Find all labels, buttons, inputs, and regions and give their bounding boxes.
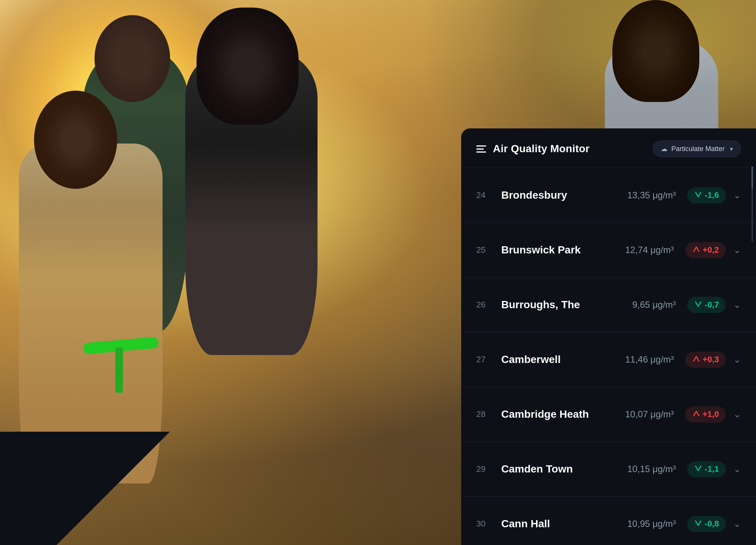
row-rank: 25	[476, 245, 495, 255]
scooter	[60, 340, 181, 415]
change-value: -0,7	[705, 300, 719, 310]
row-badge: +0,3	[685, 352, 726, 368]
row-badge: -1,6	[687, 187, 726, 204]
row-value: 11,46 μg/m³	[625, 354, 674, 365]
row-name: Camden Town	[501, 463, 627, 475]
trend-arrow-icon	[694, 300, 702, 310]
trend-arrow-icon	[692, 409, 700, 420]
row-value: 9,65 μg/m³	[632, 300, 676, 310]
change-value: +0,3	[703, 355, 719, 364]
row-value: 12,74 μg/m³	[625, 245, 674, 255]
scrollbar[interactable]	[751, 166, 753, 242]
row-rank: 29	[476, 464, 495, 474]
filter-dropdown[interactable]: ☁ Particulate Matter ▾	[653, 140, 741, 157]
scrollbar-thumb	[751, 166, 753, 189]
row-value: 10,15 μg/m³	[627, 464, 676, 474]
row-name: Brunswick Park	[501, 244, 625, 256]
row-rank: 24	[476, 190, 495, 200]
expand-icon[interactable]: ⌄	[733, 190, 741, 201]
trend-arrow-icon	[692, 245, 700, 255]
list-item[interactable]: 30 Cann Hall 10,95 μg/m³ -0,8 ⌄	[461, 497, 756, 545]
row-badge: +1,0	[685, 406, 726, 423]
header-left: Air Quality Monitor	[476, 143, 590, 155]
row-rank: 27	[476, 355, 495, 364]
expand-icon[interactable]: ⌄	[733, 245, 741, 255]
list-item[interactable]: 27 Camberwell 11,46 μg/m³ +0,3 ⌄	[461, 332, 756, 387]
row-badge: -1,1	[687, 461, 726, 477]
trend-arrow-icon	[692, 355, 700, 365]
row-name: Cann Hall	[501, 518, 627, 530]
chevron-down-icon: ▾	[730, 145, 733, 153]
row-rank: 28	[476, 409, 495, 419]
trend-arrow-icon	[694, 190, 702, 201]
row-badge: +0,2	[685, 242, 726, 258]
row-name: Cambridge Heath	[501, 408, 625, 420]
trend-arrow-icon	[694, 519, 702, 529]
trend-arrow-icon	[694, 464, 702, 474]
change-value: +0,2	[703, 245, 719, 255]
menu-line-1	[476, 145, 486, 147]
expand-icon[interactable]: ⌄	[733, 519, 741, 529]
row-value: 10,95 μg/m³	[627, 519, 676, 529]
list-item[interactable]: 24 Brondesbury 13,35 μg/m³ -1,6 ⌄	[461, 168, 756, 223]
menu-icon[interactable]	[476, 145, 486, 153]
filter-label: Particulate Matter	[671, 145, 725, 153]
expand-icon[interactable]: ⌄	[733, 464, 741, 474]
change-value: +1,0	[703, 409, 719, 419]
person-child-middle	[185, 53, 318, 355]
row-rank: 26	[476, 300, 495, 310]
list-item[interactable]: 28 Cambridge Heath 10,07 μg/m³ +1,0 ⌄	[461, 387, 756, 442]
expand-icon[interactable]: ⌄	[733, 354, 741, 365]
cloud-icon: ☁	[661, 145, 668, 153]
row-badge: -0,8	[687, 516, 726, 532]
scooter-pole	[115, 347, 123, 393]
row-rank: 30	[476, 519, 495, 529]
list-item[interactable]: 26 Burroughs, The 9,65 μg/m³ -0,7 ⌄	[461, 278, 756, 332]
location-list: 24 Brondesbury 13,35 μg/m³ -1,6 ⌄ 25 Bru…	[461, 168, 756, 545]
row-value: 10,07 μg/m³	[625, 409, 674, 420]
row-value: 13,35 μg/m³	[627, 190, 676, 201]
change-value: -1,6	[705, 190, 719, 200]
row-name: Camberwell	[501, 354, 625, 366]
list-item[interactable]: 25 Brunswick Park 12,74 μg/m³ +0,2 ⌄	[461, 223, 756, 278]
change-value: -0,8	[705, 519, 719, 529]
expand-icon[interactable]: ⌄	[733, 300, 741, 310]
row-badge: -0,7	[687, 297, 726, 313]
panel-title: Air Quality Monitor	[493, 143, 590, 155]
list-item[interactable]: 29 Camden Town 10,15 μg/m³ -1,1 ⌄	[461, 442, 756, 497]
row-name: Brondesbury	[501, 189, 627, 201]
menu-line-2	[476, 148, 484, 150]
panel-header: Air Quality Monitor ☁ Particulate Matter…	[461, 128, 756, 168]
air-quality-panel: Air Quality Monitor ☁ Particulate Matter…	[461, 128, 756, 545]
change-value: -1,1	[705, 464, 719, 474]
expand-icon[interactable]: ⌄	[733, 409, 741, 420]
dark-overlay	[0, 432, 227, 545]
menu-line-3	[476, 151, 486, 153]
row-name: Burroughs, The	[501, 299, 632, 311]
